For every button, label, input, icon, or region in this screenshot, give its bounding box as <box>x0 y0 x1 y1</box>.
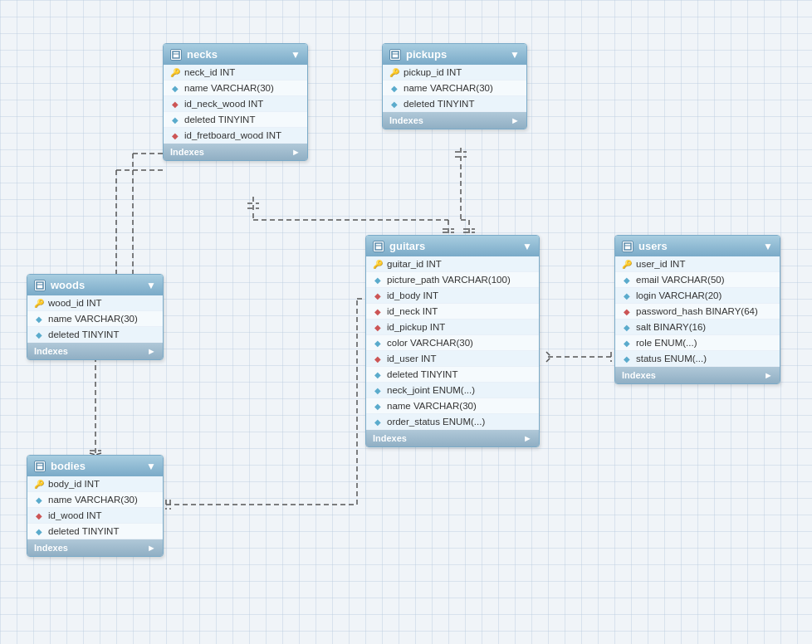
indexes-expand-icon[interactable]: ► <box>523 433 532 443</box>
table-guitars-header[interactable]: guitars ▼ <box>366 236 539 256</box>
field-text: id_user INT <box>387 354 436 363</box>
field-status: ◆ status ENUM(...) <box>615 351 780 367</box>
table-pickups-header[interactable]: pickups ▼ <box>383 44 526 65</box>
field-salt: ◆ salt BINARY(16) <box>615 320 780 335</box>
field-text: id_wood INT <box>48 510 102 520</box>
table-users-indexes[interactable]: Indexes ► <box>615 367 780 383</box>
field-text: id_body INT <box>387 290 438 300</box>
table-pickups-arrow[interactable]: ▼ <box>510 49 520 61</box>
indexes-expand-icon[interactable]: ► <box>291 147 301 157</box>
field-text: body_id INT <box>48 479 100 489</box>
field-id-body: ◆ id_body INT <box>366 288 539 304</box>
field-neck-joint: ◆ neck_joint ENUM(...) <box>366 383 539 398</box>
indexes-label: Indexes <box>389 115 423 125</box>
indexes-label: Indexes <box>170 147 204 157</box>
table-users-header[interactable]: users ▼ <box>615 236 780 256</box>
field-text: wood_id INT <box>48 298 102 308</box>
field-text: color VARCHAR(30) <box>387 338 473 348</box>
field-login: ◆ login VARCHAR(20) <box>615 288 780 304</box>
diamond-icon: ◆ <box>373 385 383 395</box>
table-woods-indexes[interactable]: Indexes ► <box>27 343 163 359</box>
field-id-wood: ◆ id_wood INT <box>27 508 163 524</box>
table-necks-icon <box>170 49 182 61</box>
field-guitar-deleted: ◆ deleted TINYINT <box>366 367 539 383</box>
diamond-red-icon: ◆ <box>622 306 632 316</box>
diamond-icon: ◆ <box>170 83 180 93</box>
field-text: email VARCHAR(50) <box>636 275 725 285</box>
diamond-red-icon: ◆ <box>170 130 180 140</box>
field-text: salt BINARY(16) <box>636 322 706 332</box>
indexes-expand-icon[interactable]: ► <box>147 543 156 553</box>
table-bodies-arrow[interactable]: ▼ <box>146 461 156 472</box>
table-users-arrow[interactable]: ▼ <box>763 241 773 252</box>
field-text: deleted TINYINT <box>387 369 457 379</box>
field-text: deleted TINYINT <box>48 329 119 339</box>
table-users-title: users <box>638 240 758 252</box>
field-wood-name: ◆ name VARCHAR(30) <box>27 311 163 327</box>
table-bodies-icon <box>34 461 46 472</box>
field-text: neck_id INT <box>184 67 235 77</box>
table-woods-arrow[interactable]: ▼ <box>146 280 156 291</box>
svg-rect-40 <box>392 51 399 58</box>
field-body-name: ◆ name VARCHAR(30) <box>27 492 163 508</box>
field-text: order_status ENUM(...) <box>387 417 485 427</box>
field-wood-deleted: ◆ deleted TINYINT <box>27 327 163 343</box>
field-text: login VARCHAR(20) <box>636 290 722 300</box>
table-pickups-indexes[interactable]: Indexes ► <box>383 112 526 129</box>
indexes-expand-icon[interactable]: ► <box>764 370 773 380</box>
indexes-label: Indexes <box>373 433 407 443</box>
field-text: id_pickup INT <box>387 322 445 332</box>
diamond-red-icon: ◆ <box>34 510 44 520</box>
field-text: id_neck INT <box>387 306 438 316</box>
field-email: ◆ email VARCHAR(50) <box>615 272 780 288</box>
table-bodies-indexes[interactable]: Indexes ► <box>27 539 163 556</box>
field-text: id_neck_wood INT <box>184 99 263 109</box>
indexes-expand-icon[interactable]: ► <box>511 115 520 125</box>
field-text: deleted TINYINT <box>184 115 255 124</box>
field-guitar-name: ◆ name VARCHAR(30) <box>366 398 539 414</box>
table-woods: woods ▼ 🔑 wood_id INT ◆ name VARCHAR(30)… <box>27 274 164 360</box>
indexes-label: Indexes <box>34 543 68 553</box>
field-body-deleted: ◆ deleted TINYINT <box>27 524 163 539</box>
table-guitars-indexes[interactable]: Indexes ► <box>366 430 539 446</box>
field-picture-path: ◆ picture_path VARCHAR(100) <box>366 272 539 288</box>
field-text: status ENUM(...) <box>636 354 707 363</box>
field-text: name VARCHAR(30) <box>404 83 493 93</box>
field-body-id: 🔑 body_id INT <box>27 476 163 492</box>
svg-rect-38 <box>173 51 179 58</box>
diamond-icon: ◆ <box>34 314 44 324</box>
svg-rect-44 <box>37 282 43 289</box>
table-necks-indexes[interactable]: Indexes ► <box>164 144 307 160</box>
field-text: deleted TINYINT <box>48 526 119 536</box>
diamond-icon: ◆ <box>34 329 44 339</box>
diamond-red-icon: ◆ <box>373 290 383 300</box>
field-id-user: ◆ id_user INT <box>366 351 539 367</box>
field-pickup-deleted: ◆ deleted TINYINT <box>383 96 526 112</box>
diamond-icon: ◆ <box>373 338 383 348</box>
table-necks-header[interactable]: necks ▼ <box>164 44 307 65</box>
svg-line-35 <box>546 357 551 362</box>
diamond-icon: ◆ <box>34 526 44 536</box>
diamond-icon: ◆ <box>373 275 383 285</box>
table-woods-header[interactable]: woods ▼ <box>27 275 163 295</box>
table-guitars-title: guitars <box>389 240 517 252</box>
table-pickups-title: pickups <box>406 48 505 61</box>
field-text: name VARCHAR(30) <box>387 401 477 411</box>
field-user-id: 🔑 user_id INT <box>615 256 780 272</box>
indexes-label: Indexes <box>34 346 68 356</box>
field-guitar-id: 🔑 guitar_id INT <box>366 256 539 272</box>
diamond-icon: ◆ <box>622 275 632 285</box>
indexes-expand-icon[interactable]: ► <box>147 346 156 356</box>
table-necks-arrow[interactable]: ▼ <box>291 49 301 61</box>
field-id-pickup: ◆ id_pickup INT <box>366 320 539 335</box>
table-guitars-arrow[interactable]: ▼ <box>522 241 532 252</box>
field-password-hash: ◆ password_hash BINARY(64) <box>615 304 780 320</box>
diamond-icon: ◆ <box>622 322 632 332</box>
svg-rect-48 <box>624 243 631 250</box>
diamond-icon: ◆ <box>373 417 383 427</box>
diamond-red-icon: ◆ <box>170 99 180 109</box>
table-necks-title: necks <box>187 48 286 61</box>
key-icon: 🔑 <box>389 67 399 77</box>
table-bodies-header[interactable]: bodies ▼ <box>27 456 163 476</box>
diamond-icon: ◆ <box>622 290 632 300</box>
